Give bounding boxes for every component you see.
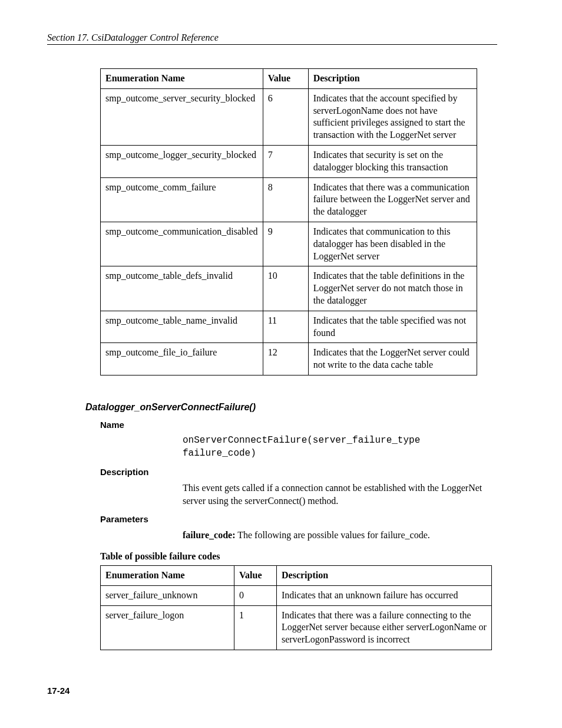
cell-desc: Indicates that security is set on the da…: [308, 145, 477, 177]
name-label: Name: [100, 420, 497, 430]
table-row: smp_outcome_table_name_invalid 11 Indica…: [101, 311, 477, 343]
cell-desc: Indicates that the LoggerNet server coul…: [308, 343, 477, 375]
th-value: Value: [263, 69, 308, 89]
th-enum: Enumeration Name: [101, 565, 234, 585]
cell-value: 6: [263, 88, 308, 145]
cell-enum: smp_outcome_logger_security_blocked: [101, 145, 263, 177]
page-header: Section 17. CsiDatalogger Control Refere…: [47, 32, 497, 45]
table-row: smp_outcome_table_defs_invalid 10 Indica…: [101, 266, 477, 311]
cell-value: 7: [263, 145, 308, 177]
cell-enum: smp_outcome_communication_disabled: [101, 222, 263, 266]
param-name: failure_code:: [183, 530, 235, 540]
cell-desc: Indicates that the table specified was n…: [308, 311, 477, 343]
table-row: smp_outcome_server_security_blocked 6 In…: [101, 88, 477, 145]
cell-desc: Indicates that the table definitions in …: [308, 266, 477, 311]
table-row: smp_outcome_communication_disabled 9 Ind…: [101, 222, 477, 266]
cell-desc: Indicates that there was a failure conne…: [277, 605, 492, 650]
cell-value: 9: [263, 222, 308, 266]
cell-value: 8: [263, 177, 308, 222]
cell-value: 0: [234, 585, 277, 605]
cell-desc: Indicates that there was a communication…: [308, 177, 477, 222]
parameters-label: Parameters: [100, 514, 497, 524]
table-smp-outcome: Enumeration Name Value Description smp_o…: [100, 68, 477, 375]
cell-enum: smp_outcome_table_defs_invalid: [101, 266, 263, 311]
table-failure-codes: Enumeration Name Value Description serve…: [100, 565, 492, 650]
cell-desc: Indicates that communication to this dat…: [308, 222, 477, 266]
th-enum: Enumeration Name: [101, 69, 263, 89]
cell-value: 1: [234, 605, 277, 650]
table-row: server_failure_logon 1 Indicates that th…: [101, 605, 492, 650]
section-title: Datalogger_onServerConnectFailure(): [85, 402, 497, 413]
page-number: 17-24: [47, 686, 70, 696]
cell-desc: Indicates that the account specified by …: [308, 88, 477, 145]
description-label: Description: [100, 467, 497, 477]
cell-enum: smp_outcome_comm_failure: [101, 177, 263, 222]
table-row: smp_outcome_comm_failure 8 Indicates tha…: [101, 177, 477, 222]
cell-enum: server_failure_logon: [101, 605, 234, 650]
table-row: smp_outcome_logger_security_blocked 7 In…: [101, 145, 477, 177]
cell-enum: smp_outcome_server_security_blocked: [101, 88, 263, 145]
table-caption: Table of possible failure codes: [100, 551, 497, 562]
th-desc: Description: [308, 69, 477, 89]
param-desc: The following are possible values for fa…: [235, 530, 429, 540]
th-value: Value: [234, 565, 277, 585]
signature-code: onServerConnectFailure(server_failure_ty…: [183, 434, 497, 460]
cell-value: 12: [263, 343, 308, 375]
cell-enum: smp_outcome_file_io_failure: [101, 343, 263, 375]
cell-enum: smp_outcome_table_name_invalid: [101, 311, 263, 343]
th-desc: Description: [277, 565, 492, 585]
cell-enum: server_failure_unknown: [101, 585, 234, 605]
table-row: smp_outcome_file_io_failure 12 Indicates…: [101, 343, 477, 375]
cell-desc: Indicates that an unknown failure has oc…: [277, 585, 492, 605]
cell-value: 11: [263, 311, 308, 343]
table-row: server_failure_unknown 0 Indicates that …: [101, 585, 492, 605]
parameter-text: failure_code: The following are possible…: [183, 529, 497, 542]
cell-value: 10: [263, 266, 308, 311]
description-text: This event gets called if a connection c…: [183, 482, 497, 507]
